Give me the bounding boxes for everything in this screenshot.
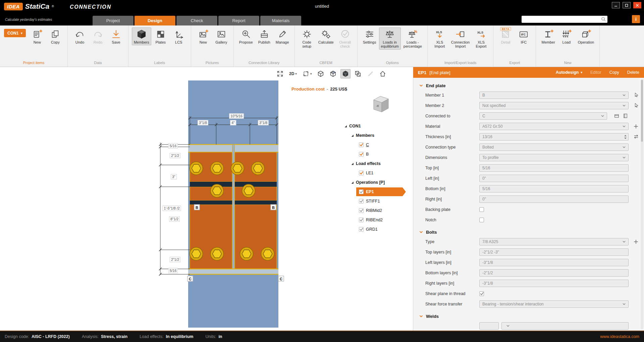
shear-force-transfer-dropdown[interactable]: Bearing - tension/shear interaction — [479, 300, 629, 308]
ribbon-ifc-export-button[interactable]: IFCIFC — [515, 27, 532, 45]
ribbon-plates-labels-button[interactable]: Plates — [152, 27, 169, 45]
delete-operation-button[interactable]: Delete — [627, 70, 639, 75]
connection-type-dropdown[interactable]: Bolted — [479, 144, 629, 151]
axonometric-view-button[interactable] — [316, 69, 326, 78]
tab-report[interactable]: Report — [218, 16, 259, 25]
tree-item-con1[interactable]: CON1 — [343, 121, 413, 131]
material-dropdown[interactable]: A572 Gr.50 — [479, 123, 629, 130]
search-icon[interactable] — [601, 17, 606, 22]
ribbon-undo-button[interactable]: Undo — [71, 27, 89, 45]
ribbon-propose-button[interactable]: Propose — [237, 27, 255, 45]
ribbon-new-load-button[interactable]: Load — [558, 27, 575, 45]
type-dropdown[interactable]: 7/8 A325 — [479, 238, 629, 245]
website-link[interactable]: www.ideastatica.com — [600, 334, 639, 339]
thickness-in-stepper[interactable]: 13/16 — [479, 133, 629, 140]
grd1-checkbox[interactable] — [359, 227, 364, 232]
ribbon-loads-in-equilibrium-button[interactable]: Loads in equilibrium — [379, 27, 401, 50]
c-checkbox[interactable] — [359, 142, 364, 147]
pick-member-button[interactable] — [633, 92, 639, 99]
panel-scrollbar[interactable] — [641, 79, 643, 329]
ribbon-members-labels-button[interactable]: Members — [132, 27, 151, 45]
section-welds[interactable]: Welds — [413, 312, 644, 321]
b-checkbox[interactable] — [359, 152, 364, 157]
shear-plane-in-thread-checkbox[interactable] — [479, 291, 484, 296]
weld-size-input[interactable] — [479, 322, 499, 330]
ribend2-checkbox[interactable] — [359, 218, 364, 222]
right-layers-in-input[interactable]: -3"1/8 — [479, 280, 629, 287]
close-button[interactable] — [633, 2, 641, 8]
left-layers-in-input[interactable]: -3"1/8 — [479, 259, 629, 266]
clipping-button[interactable]: ▾ — [301, 69, 314, 78]
search-input[interactable] — [522, 17, 601, 22]
tree-item-c[interactable]: C — [343, 140, 413, 150]
copy-operation-button[interactable]: Copy — [609, 70, 619, 75]
tab-project[interactable]: Project — [93, 16, 133, 25]
home-view-button[interactable] — [378, 69, 388, 78]
fit-view-button[interactable] — [275, 69, 285, 78]
bottom-in-input[interactable]: 5/16 — [479, 185, 629, 192]
swap-sides-button[interactable] — [633, 133, 639, 140]
notch-checkbox[interactable] — [479, 218, 484, 222]
le1-checkbox[interactable] — [359, 171, 364, 175]
view-2d-button[interactable]: 2D▾ — [287, 69, 299, 78]
add-item-button[interactable] — [633, 123, 639, 130]
ribbon-settings-button[interactable]: Settings — [361, 27, 378, 45]
ribbon-code-setup-button[interactable]: Code setup — [298, 27, 316, 50]
scrollbar-thumb[interactable] — [641, 80, 643, 142]
tree-item-stiff1[interactable]: STIFF1 — [343, 196, 413, 206]
editor-button[interactable]: Editor — [590, 70, 601, 75]
ribbon-new-operation-button[interactable]: Operation — [576, 27, 596, 45]
tree-item-b[interactable]: B — [343, 150, 413, 159]
tree-expander-icon[interactable] — [351, 181, 354, 184]
bottom-layers-in-input[interactable]: -2"1/2 — [479, 269, 629, 277]
spinner-arrows-icon[interactable] — [624, 134, 627, 139]
connected-to-dropdown[interactable]: C — [479, 112, 607, 120]
ribbon-gallery-button[interactable]: Gallery — [213, 27, 230, 45]
tree-item-le1[interactable]: LE1 — [343, 168, 413, 178]
pick-member-button[interactable] — [633, 102, 639, 109]
autodesign-dropdown[interactable]: Autodesign▾ — [556, 70, 582, 75]
tree-item-operations-p[interactable]: Operations [P] — [343, 178, 413, 187]
stiff1-checkbox[interactable] — [359, 199, 364, 204]
plate-face-button[interactable] — [613, 113, 620, 119]
ribbon-xls-import-button[interactable]: XLSXLS Import — [431, 27, 448, 50]
ribbon-xls-export-button[interactable]: XLSXLS Export — [472, 27, 490, 50]
ep1-checkbox[interactable] — [359, 189, 364, 194]
ribbon-new-project-item-button[interactable]: New — [29, 27, 46, 45]
tree-expander-icon[interactable] — [351, 134, 354, 137]
section-end-plate[interactable]: End plate — [413, 81, 644, 90]
ribbon-connection-import-button[interactable]: Connection Import — [449, 27, 472, 50]
ribbon-lcs-labels-button[interactable]: LCS — [170, 27, 187, 45]
ribbon-calculate-button[interactable]: Calculate — [316, 27, 336, 45]
top-in-input[interactable]: 5/16 — [479, 164, 629, 172]
ribbon-loads-percentage-button[interactable]: %Loads - percentage — [401, 27, 424, 50]
right-in-input[interactable]: 0" — [479, 195, 629, 203]
tree-item-load-effects[interactable]: Load effects — [343, 159, 413, 168]
connection-selector-button[interactable]: CON1▾ — [4, 29, 26, 37]
weld-type-dropdown[interactable] — [501, 322, 629, 330]
member-2-dropdown[interactable]: Not specified — [479, 102, 629, 109]
plate-edge-button[interactable] — [622, 113, 629, 119]
tree-item-ep1[interactable]: EP1 — [343, 187, 413, 196]
ribbon-new-member-button[interactable]: Member — [539, 27, 557, 45]
ribbon-manage-button[interactable]: Manage — [274, 27, 291, 45]
top-layers-in-input[interactable]: -2"1/2 -3" — [479, 248, 629, 256]
tree-item-ribmid2[interactable]: RIBMid2 — [343, 206, 413, 215]
dimensions-dropdown[interactable]: To profile — [479, 154, 629, 161]
tree-item-grd1[interactable]: GRD1 — [343, 225, 413, 234]
ribmid2-checkbox[interactable] — [359, 208, 364, 213]
tree-item-members[interactable]: Members — [343, 131, 413, 140]
tab-design[interactable]: Design — [135, 16, 175, 25]
tab-materials[interactable]: Materials — [260, 16, 301, 25]
section-bolts[interactable]: Bolts — [413, 228, 644, 236]
tree-expander-icon[interactable] — [344, 125, 347, 128]
plane-view-button[interactable] — [328, 69, 338, 78]
tree-item-ribend2[interactable]: RIBEnd2 — [343, 215, 413, 225]
view-cube[interactable]: -x — [370, 93, 392, 114]
ribbon-new-picture-button[interactable]: New — [195, 27, 212, 45]
wireframe-render-button[interactable] — [353, 69, 363, 78]
info-button[interactable]: i — [632, 15, 640, 23]
ribbon-copy-project-item-button[interactable]: Copy — [47, 27, 64, 45]
solid-render-button[interactable] — [340, 69, 351, 78]
backing-plate-checkbox[interactable] — [479, 207, 484, 212]
